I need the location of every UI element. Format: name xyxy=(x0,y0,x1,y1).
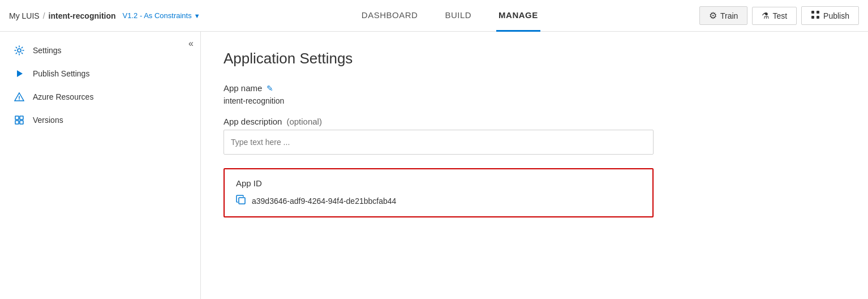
svg-rect-13 xyxy=(239,198,245,204)
breadcrumb-appName: intent-recognition xyxy=(49,11,116,20)
version-label: V1.2 - As Constraints xyxy=(123,11,192,20)
gear-spin-icon: ⚙ xyxy=(709,10,717,21)
copy-icon[interactable] xyxy=(236,195,246,207)
main-nav: DASHBOARD BUILD MANAGE xyxy=(200,0,699,32)
sidebar-item-settings[interactable]: Settings xyxy=(0,39,200,62)
publish-label: Publish xyxy=(823,11,849,20)
header: My LUIS / intent-recognition V1.2 - As C… xyxy=(0,0,868,32)
nav-build[interactable]: BUILD xyxy=(442,0,474,32)
test-label: Test xyxy=(772,11,787,20)
app-id-value: a39d3646-adf9-4264-94f4-de21bbcfab44 xyxy=(252,197,396,206)
breadcrumb-separator: / xyxy=(43,11,45,20)
svg-rect-1 xyxy=(817,11,819,14)
svg-rect-10 xyxy=(20,116,23,119)
sidebar-publish-settings-label: Publish Settings xyxy=(33,69,89,78)
gear-icon xyxy=(14,45,25,55)
app-description-optional: (optional) xyxy=(286,117,322,126)
breadcrumb-myLuis[interactable]: My LUIS xyxy=(9,11,40,20)
svg-rect-2 xyxy=(811,16,814,19)
page-title: Application Settings xyxy=(224,50,845,67)
svg-rect-3 xyxy=(817,16,819,19)
svg-marker-5 xyxy=(17,70,23,77)
test-button[interactable]: ⚗ Test xyxy=(752,7,797,25)
beaker-icon: ⚗ xyxy=(762,11,769,21)
sidebar-item-versions[interactable]: Versions xyxy=(0,109,200,131)
train-label: Train xyxy=(720,11,738,20)
app-id-row: a39d3646-adf9-4264-94f4-de21bbcfab44 xyxy=(236,195,641,207)
sidebar: « Settings Publish Settings xyxy=(0,32,201,299)
train-button[interactable]: ⚙ Train xyxy=(699,6,747,25)
app-description-label-text: App description xyxy=(224,117,282,126)
sidebar-item-publish-settings[interactable]: Publish Settings xyxy=(0,62,200,85)
version-selector[interactable]: V1.2 - As Constraints ▼ xyxy=(123,11,200,20)
app-name-value: intent-recognition xyxy=(224,96,845,105)
nav-manage[interactable]: MANAGE xyxy=(496,0,540,32)
publish-icon xyxy=(811,10,820,21)
header-actions: ⚙ Train ⚗ Test Publish xyxy=(699,6,859,25)
sidebar-versions-label: Versions xyxy=(33,116,63,125)
app-description-input[interactable] xyxy=(224,130,654,155)
svg-rect-12 xyxy=(20,121,23,124)
app-id-label: App ID xyxy=(236,178,641,188)
publish-button[interactable]: Publish xyxy=(801,6,859,25)
edit-icon[interactable]: ✎ xyxy=(267,84,273,93)
app-id-box: App ID a39d3646-adf9-4264-94f4-de21bbcfa… xyxy=(224,168,654,217)
grid-icon xyxy=(14,116,25,125)
sidebar-settings-label: Settings xyxy=(33,46,62,55)
content-area: Application Settings App name ✎ intent-r… xyxy=(201,32,868,299)
svg-point-4 xyxy=(18,49,21,52)
chevron-down-icon: ▼ xyxy=(194,12,200,19)
main-layout: « Settings Publish Settings xyxy=(0,32,868,299)
breadcrumb: My LUIS / intent-recognition V1.2 - As C… xyxy=(9,11,200,20)
sidebar-azure-resources-label: Azure Resources xyxy=(33,92,93,101)
play-icon xyxy=(14,69,25,78)
app-name-label-text: App name xyxy=(224,83,262,93)
svg-rect-11 xyxy=(15,121,19,124)
svg-rect-9 xyxy=(15,116,19,119)
app-description-field-label: App description (optional) xyxy=(224,117,845,126)
svg-point-8 xyxy=(19,99,20,100)
sidebar-item-azure-resources[interactable]: Azure Resources xyxy=(0,85,200,109)
sidebar-collapse-button[interactable]: « xyxy=(188,39,194,49)
nav-dashboard[interactable]: DASHBOARD xyxy=(359,0,420,32)
app-name-field-label: App name ✎ xyxy=(224,83,845,93)
svg-rect-0 xyxy=(811,11,814,14)
azure-warning-icon xyxy=(14,92,25,102)
